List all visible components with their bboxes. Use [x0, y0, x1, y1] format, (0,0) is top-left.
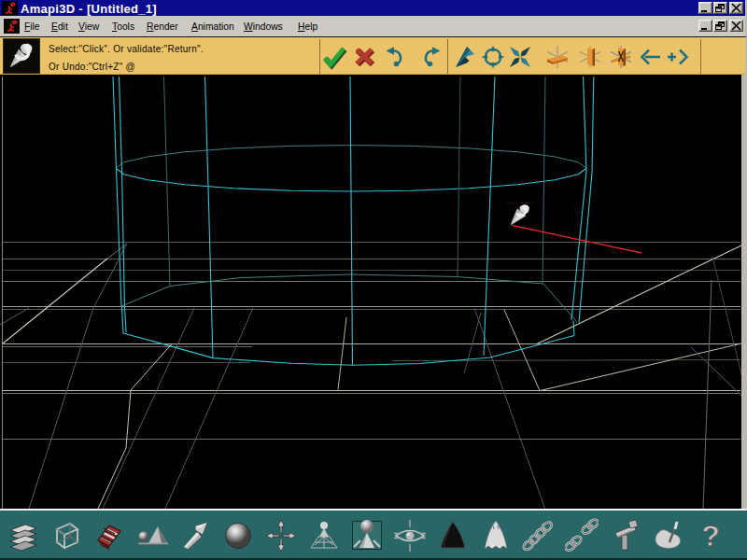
svg-text:?: ?	[701, 519, 720, 553]
